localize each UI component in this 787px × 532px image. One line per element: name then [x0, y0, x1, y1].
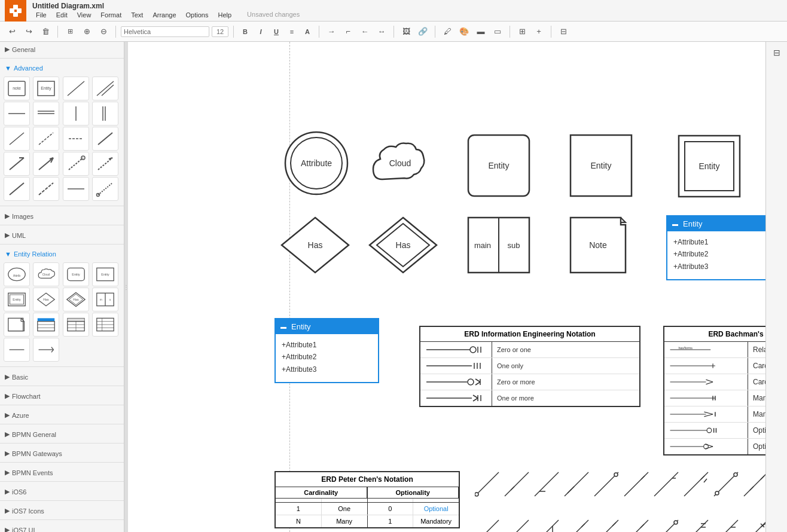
shape-item-note[interactable]: note	[4, 77, 30, 100]
shape-item-diag10[interactable]	[92, 127, 118, 151]
shape-item-diag6[interactable]	[92, 102, 118, 126]
shape-item-diag12[interactable]	[33, 152, 59, 176]
shape-item-diag2[interactable]	[92, 77, 118, 100]
redo-button[interactable]: ↪	[22, 25, 36, 39]
diamond-double-has-shape[interactable]: Has	[367, 215, 439, 275]
er-split-entity-shape[interactable]: ms	[92, 288, 118, 311]
menu-help[interactable]: Help	[214, 11, 235, 19]
zoom-out-button[interactable]: ⊖	[96, 25, 111, 39]
shape-item-diag13[interactable]	[63, 152, 89, 176]
sidebar-item-basic[interactable]: ▶ Basic	[0, 369, 124, 383]
entity-plain-shape[interactable]: Entity	[568, 133, 634, 198]
sidebar-item-bpmn-general[interactable]: ▶ BPMN General	[0, 427, 124, 441]
shape-item-diag3[interactable]	[4, 102, 30, 126]
fill-color-button[interactable]: 🖊	[440, 25, 454, 39]
shape-item-diag18[interactable]	[92, 177, 118, 201]
menu-arrange[interactable]: Arrange	[149, 11, 179, 19]
entity-left-attr3: +Attribute3	[282, 363, 372, 375]
er-line1-shape[interactable]	[4, 338, 30, 362]
er-entity-rounded-shape[interactable]: Entity	[63, 262, 89, 286]
arrow-both-button[interactable]: ↔	[374, 25, 389, 39]
sidebar-item-ios7ui[interactable]: ▶ iOS7 UI	[0, 522, 124, 532]
font-size-input[interactable]	[212, 26, 228, 37]
er-attribute-shape[interactable]: Attrib	[4, 262, 30, 286]
menu-file[interactable]: File	[32, 11, 50, 19]
er-table-shape[interactable]	[33, 313, 59, 337]
sidebar-item-images[interactable]: ▶ Images	[0, 209, 124, 222]
pchen-sub-headers	[276, 499, 459, 503]
grid-button[interactable]: ⊞	[515, 25, 529, 39]
sidebar-item-bpmn-events[interactable]: ▶ BPMN Events	[0, 465, 124, 479]
er-note-shape[interactable]	[4, 313, 30, 337]
image-button[interactable]: 🖼	[399, 25, 413, 39]
underline-button[interactable]: U	[270, 25, 283, 38]
fit-page-button[interactable]: ⊞	[63, 25, 77, 39]
entity-table-left[interactable]: ▬ Entity +Attribute1 +Attribute2 +Attrib…	[274, 318, 379, 383]
menu-options[interactable]: Options	[182, 11, 212, 19]
diamond-has-shape[interactable]: Has	[279, 215, 351, 275]
sidebar-item-uml[interactable]: ▶ UML	[0, 228, 124, 241]
canvas-area[interactable]: Attribute Cloud Entity	[128, 42, 765, 532]
shape-item-entity2[interactable]: Entity	[33, 77, 59, 100]
menu-text[interactable]: Text	[127, 11, 147, 19]
connector-button[interactable]: ⌐	[341, 25, 355, 39]
er-diamond-double-shape[interactable]: Has	[63, 288, 89, 311]
menu-view[interactable]: View	[74, 11, 95, 19]
arrow-left-button[interactable]: ←	[358, 25, 372, 39]
svg-text:Attribute: Attribute	[301, 158, 332, 168]
menu-edit[interactable]: Edit	[53, 11, 71, 19]
font-color-button[interactable]: A	[301, 25, 314, 38]
zoom-in-button[interactable]: ⊕	[80, 25, 94, 39]
add-button[interactable]: +	[532, 25, 546, 39]
fill-rect-button[interactable]: ▬	[474, 25, 488, 39]
er-line2-shape[interactable]	[33, 338, 59, 362]
canvas: Attribute Cloud Entity	[128, 42, 765, 532]
line-color-button[interactable]: 🎨	[457, 25, 471, 39]
sidebar-item-flowchart[interactable]: ▶ Flowchart	[0, 389, 124, 402]
split-entity-shape[interactable]: main sub	[466, 215, 532, 275]
sidebar-item-advanced[interactable]: ▼ Advanced	[0, 61, 124, 74]
align-button[interactable]: ≡	[285, 25, 298, 38]
shape-item-diag4[interactable]	[33, 102, 59, 126]
sidebar-item-ios7icons[interactable]: ▶ iOS7 Icons	[0, 503, 124, 517]
stroke-rect-button[interactable]: ▭	[490, 25, 505, 39]
sidebar-item-azure[interactable]: ▶ Azure	[0, 408, 124, 421]
sidebar-item-bpmn-gateways[interactable]: ▶ BPMN Gateways	[0, 446, 124, 460]
shape-item-diag1[interactable]	[63, 77, 89, 100]
shape-item-diag17[interactable]	[63, 177, 89, 201]
cloud-shape[interactable]: Cloud	[367, 130, 433, 196]
right-panel-btn1[interactable]: ⊟	[768, 44, 785, 61]
svg-line-150	[654, 472, 678, 496]
shape-item-diag8[interactable]	[33, 127, 59, 151]
italic-button[interactable]: I	[254, 25, 267, 38]
panel-button[interactable]: ⊟	[556, 25, 571, 39]
er-diamond-shape[interactable]: Has	[33, 288, 59, 311]
font-selector[interactable]	[121, 26, 209, 37]
sidebar-item-general[interactable]: ▶ General	[0, 42, 124, 56]
shape-item-diag11[interactable]	[4, 152, 30, 176]
er-cloud-shape[interactable]: Cloud	[33, 262, 59, 286]
note-shape[interactable]: Note	[568, 215, 634, 275]
entity-table-right[interactable]: ▬ Entity +Attribute1 +Attribute2 +Attrib…	[666, 215, 765, 280]
shape-item-diag5[interactable]	[63, 102, 89, 126]
shape-item-diag9[interactable]	[63, 127, 89, 151]
shape-item-diag14[interactable]	[92, 152, 118, 176]
shape-item-diag16[interactable]	[33, 177, 59, 201]
sidebar-item-ios6[interactable]: ▶ iOS6	[0, 484, 124, 498]
arrow-right-button[interactable]: →	[324, 25, 338, 39]
er-entity-shape[interactable]: Entity	[92, 262, 118, 286]
attribute-shape[interactable]: Attribute	[283, 130, 349, 196]
shape-item-diag15[interactable]	[4, 177, 30, 201]
delete-button[interactable]: 🗑	[38, 25, 53, 39]
er-table2-shape[interactable]	[63, 313, 89, 337]
entity-double-shape[interactable]: Entity	[676, 133, 742, 199]
bold-button[interactable]: B	[239, 25, 252, 38]
shape-item-diag7[interactable]	[4, 127, 30, 151]
menu-format[interactable]: Format	[97, 11, 125, 19]
undo-button[interactable]: ↩	[5, 25, 19, 39]
link-button[interactable]: 🔗	[416, 25, 430, 39]
sidebar-item-entity-relation[interactable]: ▼ Entity Relation	[0, 247, 124, 260]
er-entity-double-shape[interactable]: Entity	[4, 288, 30, 311]
entity-rounded-shape[interactable]: Entity	[466, 133, 532, 198]
er-grid-shape[interactable]	[92, 313, 118, 337]
